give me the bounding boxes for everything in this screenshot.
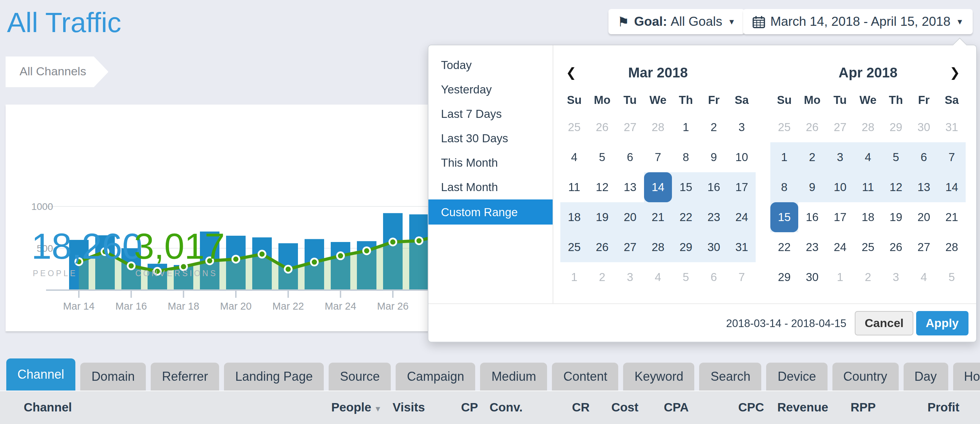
column-header-channel[interactable]: Channel <box>0 400 323 415</box>
calendar-day[interactable]: 21 <box>938 202 966 232</box>
calendar-day[interactable]: 13 <box>616 172 644 202</box>
calendar-day[interactable]: 20 <box>616 202 644 232</box>
column-header-visits[interactable]: Visits <box>382 400 425 415</box>
tab-search[interactable]: Search <box>700 363 762 391</box>
calendar-day[interactable]: 30 <box>910 112 938 142</box>
calendar-day[interactable]: 29 <box>770 262 798 292</box>
calendar-day[interactable]: 26 <box>798 112 826 142</box>
tab-source[interactable]: Source <box>329 363 391 391</box>
column-header-revenue[interactable]: Revenue <box>764 400 828 415</box>
calendar-day[interactable]: 30 <box>700 232 728 262</box>
calendar-day[interactable]: 6 <box>700 262 728 292</box>
calendar-day[interactable]: 12 <box>882 172 910 202</box>
calendar-day[interactable]: 3 <box>826 142 854 172</box>
calendar-day[interactable]: 3 <box>882 262 910 292</box>
calendar-day[interactable]: 2 <box>854 262 882 292</box>
calendar-day[interactable]: 9 <box>700 142 728 172</box>
calendar-day[interactable]: 18 <box>854 202 882 232</box>
calendar-day[interactable]: 2 <box>588 262 616 292</box>
calendar-day[interactable]: 27 <box>826 112 854 142</box>
calendar-day[interactable]: 7 <box>644 142 672 172</box>
tab-device[interactable]: Device <box>767 363 827 391</box>
column-header-conv[interactable]: Conv. <box>478 400 523 415</box>
tab-domain[interactable]: Domain <box>80 363 146 391</box>
calendar-day[interactable]: 26 <box>588 232 616 262</box>
cancel-button[interactable]: Cancel <box>855 311 914 335</box>
calendar-day[interactable]: 31 <box>938 112 966 142</box>
calendar-day[interactable]: 8 <box>672 142 700 172</box>
column-header-rpp[interactable]: RPP <box>828 400 876 415</box>
column-header-profit[interactable]: Profit <box>876 400 959 415</box>
calendar-day[interactable]: 11 <box>560 172 588 202</box>
calendar-day[interactable]: 17 <box>826 202 854 232</box>
calendar-day[interactable]: 30 <box>798 262 826 292</box>
apply-button[interactable]: Apply <box>916 311 969 335</box>
calendar-day-selected[interactable]: 15 <box>770 202 798 232</box>
calendar-day[interactable]: 5 <box>938 262 966 292</box>
calendar-day[interactable]: 6 <box>616 142 644 172</box>
calendar-day[interactable]: 20 <box>910 202 938 232</box>
tab-referrer[interactable]: Referrer <box>151 363 219 391</box>
calendar-day[interactable]: 25 <box>770 112 798 142</box>
calendar-day[interactable]: 24 <box>728 202 756 232</box>
calendar-next-icon[interactable]: ❯ <box>950 58 960 87</box>
calendar-day[interactable]: 4 <box>910 262 938 292</box>
preset-custom-range[interactable]: Custom Range <box>428 199 553 225</box>
preset-yesterday[interactable]: Yesterday <box>428 78 553 102</box>
calendar-day[interactable]: 23 <box>700 202 728 232</box>
calendar-day[interactable]: 28 <box>644 112 672 142</box>
calendar-prev-icon[interactable]: ❮ <box>566 58 576 87</box>
calendar-day[interactable]: 10 <box>728 142 756 172</box>
calendar-day[interactable]: 23 <box>798 232 826 262</box>
calendar-day[interactable]: 25 <box>560 112 588 142</box>
calendar-day[interactable]: 28 <box>938 232 966 262</box>
preset-last-30-days[interactable]: Last 30 Days <box>428 126 553 151</box>
tab-campaign[interactable]: Campaign <box>396 363 476 391</box>
calendar-day[interactable]: 4 <box>644 262 672 292</box>
calendar-day[interactable]: 19 <box>588 202 616 232</box>
calendar-day[interactable]: 3 <box>728 112 756 142</box>
tab-keyword[interactable]: Keyword <box>624 363 695 391</box>
tab-medium[interactable]: Medium <box>480 363 547 391</box>
calendar-day[interactable]: 28 <box>644 232 672 262</box>
tab-country[interactable]: Country <box>832 363 898 391</box>
calendar-day[interactable]: 4 <box>854 142 882 172</box>
calendar-day[interactable]: 29 <box>672 232 700 262</box>
calendar-day[interactable]: 5 <box>672 262 700 292</box>
calendar-day[interactable]: 19 <box>882 202 910 232</box>
calendar-day[interactable]: 25 <box>560 232 588 262</box>
calendar-day[interactable]: 7 <box>728 262 756 292</box>
calendar-day[interactable]: 27 <box>910 232 938 262</box>
calendar-day[interactable]: 7 <box>938 142 966 172</box>
calendar-day[interactable]: 10 <box>826 172 854 202</box>
calendar-day[interactable]: 6 <box>910 142 938 172</box>
column-header-cpc[interactable]: CPC <box>689 400 764 415</box>
calendar-day[interactable]: 26 <box>588 112 616 142</box>
column-header-cpa[interactable]: CPA <box>638 400 689 415</box>
column-header-cost[interactable]: Cost <box>590 400 638 415</box>
calendar-day[interactable]: 15 <box>672 172 700 202</box>
preset-today[interactable]: Today <box>428 53 553 78</box>
calendar-day[interactable]: 31 <box>728 232 756 262</box>
calendar-day[interactable]: 24 <box>826 232 854 262</box>
calendar-day[interactable]: 13 <box>910 172 938 202</box>
tab-landing-page[interactable]: Landing Page <box>224 363 324 391</box>
calendar-day[interactable]: 2 <box>700 112 728 142</box>
date-range-button[interactable]: March 14, 2018 - April 15, 2018 ▼ <box>743 9 973 34</box>
calendar-day[interactable]: 17 <box>728 172 756 202</box>
preset-last-month[interactable]: Last Month <box>428 175 553 199</box>
calendar-day[interactable]: 1 <box>672 112 700 142</box>
calendar-day[interactable]: 2 <box>798 142 826 172</box>
calendar-day[interactable]: 1 <box>560 262 588 292</box>
column-header-people[interactable]: People▼ <box>323 400 382 415</box>
calendar-day[interactable]: 1 <box>770 142 798 172</box>
calendar-day[interactable]: 16 <box>700 172 728 202</box>
goal-selector-button[interactable]: ⚑ Goal: All Goals ▼ <box>608 9 745 34</box>
tab-channel[interactable]: Channel <box>6 359 75 391</box>
tab-hour[interactable]: Hour <box>953 363 980 391</box>
calendar-day[interactable]: 14 <box>938 172 966 202</box>
tab-day[interactable]: Day <box>903 363 948 391</box>
calendar-day[interactable]: 5 <box>588 142 616 172</box>
calendar-day[interactable]: 9 <box>798 172 826 202</box>
calendar-day[interactable]: 22 <box>672 202 700 232</box>
